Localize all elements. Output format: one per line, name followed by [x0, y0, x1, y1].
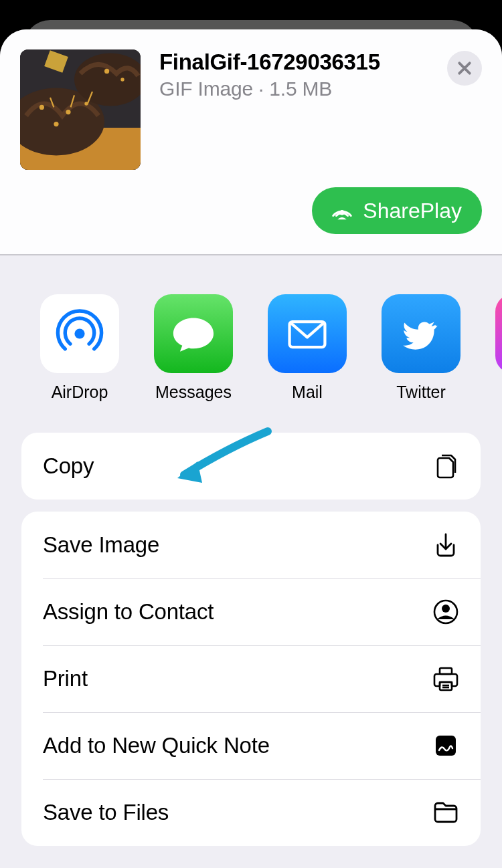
airdrop-icon	[54, 308, 105, 359]
svg-point-5	[66, 110, 70, 114]
svg-rect-20	[436, 736, 456, 756]
action-save-files[interactable]: Save to Files	[21, 779, 481, 846]
folder-icon	[431, 798, 461, 827]
action-group-main: Save Image Assign to Contact Print Add t…	[21, 512, 481, 846]
quick-note-icon	[431, 731, 461, 760]
mail-icon	[282, 309, 332, 358]
action-label: Add to New Quick Note	[43, 733, 270, 758]
svg-point-11	[340, 210, 345, 215]
app-twitter[interactable]: Twitter	[364, 294, 478, 402]
close-button[interactable]	[447, 51, 482, 86]
action-label: Save Image	[43, 532, 159, 558]
file-title: FinalGif-16729036315	[159, 49, 440, 75]
action-label: Copy	[43, 453, 94, 479]
svg-point-15	[442, 605, 450, 613]
app-messages[interactable]: Messages	[137, 294, 250, 402]
messages-icon	[167, 308, 220, 360]
contact-icon	[431, 597, 461, 627]
share-sheet: FinalGif-16729036315 GIF Image · 1.5 MB …	[0, 29, 502, 868]
app-label: Messages	[155, 383, 232, 402]
shareplay-button[interactable]: SharePlay	[312, 187, 482, 234]
action-quick-note[interactable]: Add to New Quick Note	[21, 712, 481, 779]
app-row[interactable]: AirDrop Messages Mail	[0, 255, 502, 421]
app-label: AirDrop	[52, 383, 108, 402]
shareplay-icon	[329, 198, 355, 223]
file-info: FinalGif-16729036315 GIF Image · 1.5 MB	[159, 49, 440, 100]
action-assign-contact[interactable]: Assign to Contact	[21, 578, 481, 645]
action-label: Save to Files	[43, 800, 169, 825]
action-save-image[interactable]: Save Image	[21, 512, 481, 578]
svg-point-9	[120, 78, 124, 81]
action-label: Print	[43, 666, 88, 691]
svg-point-12	[74, 328, 84, 338]
svg-point-4	[39, 105, 44, 110]
action-print[interactable]: Print	[21, 645, 481, 712]
print-icon	[431, 664, 461, 693]
svg-rect-16	[440, 668, 452, 674]
file-subtitle: GIF Image · 1.5 MB	[159, 78, 440, 100]
save-image-icon	[431, 530, 461, 560]
svg-point-8	[104, 69, 109, 74]
shareplay-label: SharePlay	[363, 199, 462, 223]
app-airdrop[interactable]: AirDrop	[23, 294, 137, 402]
action-label: Assign to Contact	[43, 599, 214, 625]
twitter-icon	[397, 310, 445, 358]
app-more[interactable]: Me	[478, 294, 502, 402]
close-icon	[457, 61, 472, 76]
app-mail[interactable]: Mail	[250, 294, 364, 402]
app-label: Mail	[292, 383, 323, 402]
share-header: FinalGif-16729036315 GIF Image · 1.5 MB …	[0, 29, 502, 254]
file-thumbnail[interactable]	[20, 49, 141, 170]
actions-list: Copy Save Image Assign to Contact Pr	[0, 433, 502, 868]
action-group-copy: Copy	[21, 433, 481, 500]
app-label: Twitter	[396, 383, 446, 402]
svg-point-6	[54, 122, 58, 126]
action-copy[interactable]: Copy	[21, 433, 481, 500]
copy-icon	[431, 451, 461, 481]
edit-actions-button[interactable]: Edit Actions…	[21, 846, 481, 868]
